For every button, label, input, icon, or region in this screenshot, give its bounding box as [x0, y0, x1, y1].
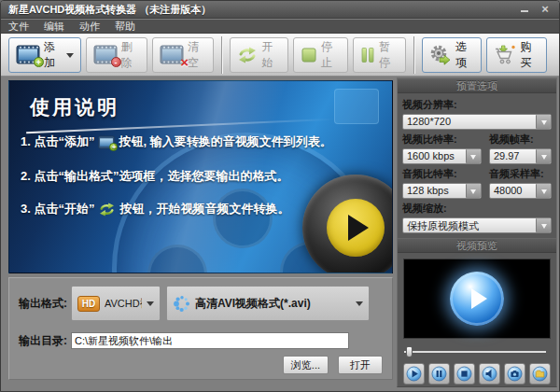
- monitor-graphic: [334, 89, 379, 124]
- instruction-step-3: 3. 点击“开始” 按钮，开始视频音频文件转换。: [21, 201, 289, 217]
- gear-icon: [429, 45, 452, 65]
- snapshot-button[interactable]: [504, 363, 525, 385]
- plus-badge-icon: +: [34, 57, 44, 67]
- preview-play-icon[interactable]: [450, 272, 504, 326]
- title-bar[interactable]: 新星AVCHD视频格式转换器 （未注册版本）: [1, 1, 559, 19]
- remove-button-label: 删除: [121, 39, 140, 71]
- clear-button-label: 清空: [188, 39, 206, 71]
- preview-panel-header: 视频预览: [398, 238, 556, 253]
- window-title: 新星AVCHD视频格式转换器 （未注册版本）: [8, 3, 211, 17]
- chevron-down-icon[interactable]: [536, 115, 551, 129]
- chevron-down-icon[interactable]: [466, 149, 481, 163]
- scale-select[interactable]: 保持原视频模式: [402, 217, 552, 233]
- step3-text-post: 按钮，开始视频音频文件转换。: [119, 201, 289, 217]
- x-badge-icon: ×: [180, 54, 189, 70]
- frame-rate-select[interactable]: 29.97: [489, 148, 552, 164]
- seek-slider[interactable]: [404, 346, 550, 357]
- output-format-label: 输出格式:: [19, 296, 71, 312]
- app-window: 新星AVCHD视频格式转换器 （未注册版本） 文件 编辑 动作 帮助 + 添加: [0, 0, 560, 392]
- volume-button[interactable]: [479, 363, 500, 385]
- chevron-down-icon[interactable]: [466, 184, 481, 198]
- open-folder-button[interactable]: [529, 363, 551, 385]
- banner-play-disc: [327, 199, 385, 257]
- play-triangle-icon: [471, 288, 487, 309]
- clear-button[interactable]: × 清空: [152, 37, 214, 73]
- plus-badge-icon: +: [109, 143, 118, 151]
- menu-action[interactable]: 动作: [79, 20, 100, 34]
- step3-text-pre: 3. 点击“开始”: [21, 201, 94, 217]
- instructions-banner: 使用说明 1. 点击“添加” + 按钮, 输入要转换的音视频文件到列表。 2. …: [8, 80, 393, 273]
- chevron-down-icon[interactable]: [536, 184, 551, 198]
- preset-panel: 预置选项 视频分辨率: 1280*720 视频比特率: 1600 kbps 视频…: [397, 77, 557, 387]
- start-button[interactable]: 开始: [230, 37, 288, 73]
- buy-button-label: 购买: [520, 39, 539, 71]
- options-button[interactable]: 选项: [422, 37, 483, 73]
- instruction-step-1: 1. 点击“添加” + 按钮, 输入要转换的音视频文件到列表。: [21, 133, 332, 150]
- container-select[interactable]: HD AVCHD视频: [71, 286, 161, 321]
- chevron-down-icon[interactable]: [536, 218, 551, 232]
- minimize-icon[interactable]: [518, 4, 531, 15]
- film-reel-hole: [147, 245, 207, 273]
- play-button[interactable]: [403, 363, 425, 385]
- frame-rate-value: 29.97: [490, 149, 536, 163]
- options-button-label: 选项: [455, 39, 475, 71]
- toolbar-separator: [221, 36, 223, 74]
- output-dir-input[interactable]: [71, 332, 349, 349]
- audio-bitrate-label: 音频比特率:: [402, 167, 482, 181]
- sample-rate-value: 48000: [490, 184, 536, 198]
- open-button[interactable]: 打开: [338, 356, 383, 374]
- video-bitrate-select[interactable]: 1600 kbps: [402, 148, 482, 164]
- format-row: 输出格式: HD AVCHD视频 高清AVI视频格式(*.avi): [19, 286, 385, 321]
- step1-text-post: 按钮, 输入要转换的音视频文件到列表。: [119, 133, 331, 150]
- add-button[interactable]: + 添加: [8, 37, 81, 73]
- video-preview: [403, 259, 551, 339]
- scale-value: 保持原视频模式: [403, 218, 536, 232]
- film-remove-icon: -: [93, 45, 118, 64]
- frame-rate-label: 视频帧率:: [489, 133, 552, 147]
- browse-button[interactable]: 浏览...: [283, 356, 329, 374]
- film-add-icon: +: [16, 45, 40, 64]
- close-icon[interactable]: [539, 4, 552, 15]
- sample-rate-select[interactable]: 48000: [489, 183, 552, 199]
- seek-track: [404, 351, 546, 353]
- chevron-down-icon[interactable]: [536, 149, 551, 163]
- format-select[interactable]: 高清AVI视频格式(*.avi): [166, 286, 370, 321]
- resolution-value: 1280*720: [403, 115, 536, 129]
- pause-button[interactable]: 暂停: [353, 37, 406, 73]
- add-button-label: 添加: [44, 39, 63, 71]
- action-buttons-row: 浏览... 打开: [19, 356, 385, 374]
- stop-button-label: 停止: [321, 39, 341, 71]
- stop-square-icon: [301, 47, 317, 63]
- menu-file[interactable]: 文件: [8, 20, 29, 34]
- video-bitrate-label: 视频比特率:: [402, 133, 482, 147]
- film-clear-icon: ×: [160, 45, 184, 64]
- resolution-label: 视频分辨率:: [402, 98, 552, 112]
- buy-button[interactable]: 购买: [486, 37, 547, 73]
- directory-row: 输出目录:: [19, 332, 385, 349]
- chevron-down-icon: [66, 53, 74, 62]
- play-triangle-icon: [348, 215, 369, 241]
- audio-bitrate-value: 128 kbps: [403, 184, 466, 198]
- banner-underline: [26, 119, 334, 133]
- seek-thumb[interactable]: [406, 346, 413, 357]
- chevron-down-icon: [147, 301, 154, 310]
- menu-edit[interactable]: 编辑: [44, 20, 64, 34]
- audio-bitrate-select[interactable]: 128 kbps: [402, 183, 482, 199]
- stop-button[interactable]: 停止: [293, 37, 348, 73]
- format-dots-icon: [173, 295, 190, 313]
- minus-badge-icon: -: [111, 57, 121, 67]
- sync-arrows-icon: [98, 203, 116, 217]
- remove-button[interactable]: - 删除: [86, 37, 147, 73]
- pause-button[interactable]: [428, 363, 450, 385]
- preset-panel-header: 预置选项: [398, 78, 556, 93]
- resolution-select[interactable]: 1280*720: [402, 114, 552, 130]
- instruction-step-2: 2. 点击“输出格式”选项框，选择您要输出的格式。: [21, 168, 288, 185]
- video-bitrate-value: 1600 kbps: [403, 149, 466, 163]
- pause-button-label: 暂停: [379, 39, 399, 71]
- pause-bars-icon: [360, 47, 375, 63]
- menu-help[interactable]: 帮助: [115, 20, 135, 34]
- banner-play-graphic: [302, 175, 393, 273]
- stop-button[interactable]: [454, 363, 475, 385]
- scale-label: 视频缩放:: [402, 202, 552, 216]
- preview-controls: [403, 363, 551, 385]
